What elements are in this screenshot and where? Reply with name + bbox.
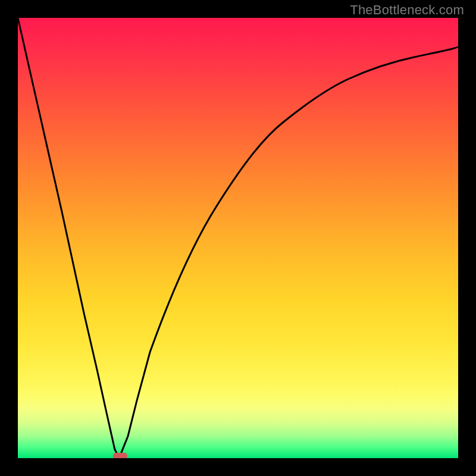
plot-area — [18, 18, 458, 458]
watermark-text: TheBottleneck.com — [350, 2, 464, 18]
min-marker — [113, 453, 127, 458]
bottleneck-curve-path — [18, 18, 458, 458]
curve-svg — [18, 18, 458, 458]
chart-stage: TheBottleneck.com — [0, 0, 476, 476]
